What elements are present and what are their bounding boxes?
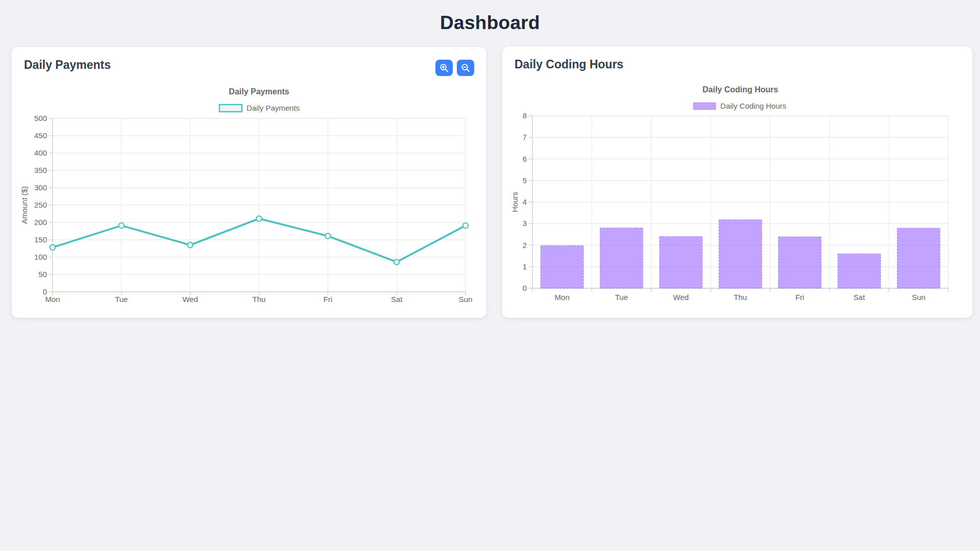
daily-coding-hours-card: Daily Coding Hours 012345678MonTueWedThu… [502, 46, 972, 318]
legend-label: Daily Coding Hours [720, 102, 786, 110]
daily-coding-hours-chart[interactable]: 012345678MonTueWedThuFriSatSunHoursDaily… [502, 46, 972, 318]
bar [600, 228, 643, 288]
x-tick-label: Thu [734, 293, 747, 302]
x-tick-label: Thu [253, 295, 266, 304]
y-axis-title: Hours [510, 192, 519, 212]
y-tick-label: 500 [34, 114, 47, 122]
chart-title: Daily Payments [229, 87, 289, 96]
bar [838, 254, 880, 288]
x-tick-label: Sat [391, 295, 403, 304]
x-tick-label: Tue [615, 293, 628, 302]
data-point [50, 245, 56, 251]
y-tick-label: 150 [34, 235, 47, 244]
chart-legend[interactable]: Daily Payments [219, 104, 300, 112]
y-tick-label: 8 [523, 111, 527, 120]
y-tick-label: 4 [523, 197, 527, 206]
bar-series [541, 220, 940, 288]
page-title: Dashboard [0, 0, 980, 34]
y-tick-label: 100 [34, 253, 47, 261]
y-tick-label: 200 [34, 218, 47, 227]
bar [897, 228, 940, 288]
daily-payments-card: Daily Payments 0501001502002503003504004… [12, 47, 486, 318]
data-point [119, 223, 125, 229]
y-tick-label: 2 [523, 241, 527, 249]
daily-payments-chart[interactable]: 050100150200250300350400450500MonTueWedT… [12, 47, 486, 318]
x-tick-label: Mon [555, 293, 570, 302]
y-tick-label: 400 [34, 148, 47, 157]
legend-swatch [693, 103, 716, 110]
legend-swatch [219, 105, 242, 112]
x-tick-label: Mon [45, 295, 60, 304]
y-tick-label: 450 [34, 131, 47, 140]
y-tick-label: 300 [34, 183, 47, 192]
x-tick-label: Fri [795, 293, 804, 302]
data-point [325, 233, 331, 239]
x-tick-label: Sun [459, 295, 473, 304]
chart-title: Daily Coding Hours [702, 85, 778, 94]
x-tick-label: Wed [182, 295, 198, 304]
y-axis-title: Amount ($) [20, 186, 29, 224]
bar [719, 220, 762, 288]
bar [778, 237, 821, 288]
y-tick-label: 0 [523, 284, 527, 292]
data-point [394, 259, 400, 265]
bar [541, 245, 583, 288]
y-tick-label: 250 [34, 201, 47, 209]
legend-label: Daily Payments [247, 104, 300, 112]
y-tick-label: 350 [34, 166, 47, 174]
bar [659, 237, 702, 288]
x-tick-label: Wed [673, 293, 689, 302]
data-point [187, 242, 193, 248]
y-tick-label: 3 [523, 219, 527, 228]
data-point [256, 216, 262, 221]
y-tick-label: 50 [38, 270, 47, 279]
chart-grid: 050100150200250300350400450500MonTueWedT… [34, 114, 472, 304]
x-tick-label: Tue [115, 295, 128, 304]
y-tick-label: 6 [523, 155, 527, 163]
chart-legend[interactable]: Daily Coding Hours [693, 102, 786, 110]
x-tick-label: Sat [853, 293, 865, 302]
data-point [463, 223, 469, 229]
y-tick-label: 1 [523, 262, 527, 271]
x-tick-label: Fri [324, 295, 333, 304]
y-tick-label: 7 [523, 133, 527, 141]
y-tick-label: 5 [523, 176, 527, 185]
x-tick-label: Sun [912, 293, 925, 302]
